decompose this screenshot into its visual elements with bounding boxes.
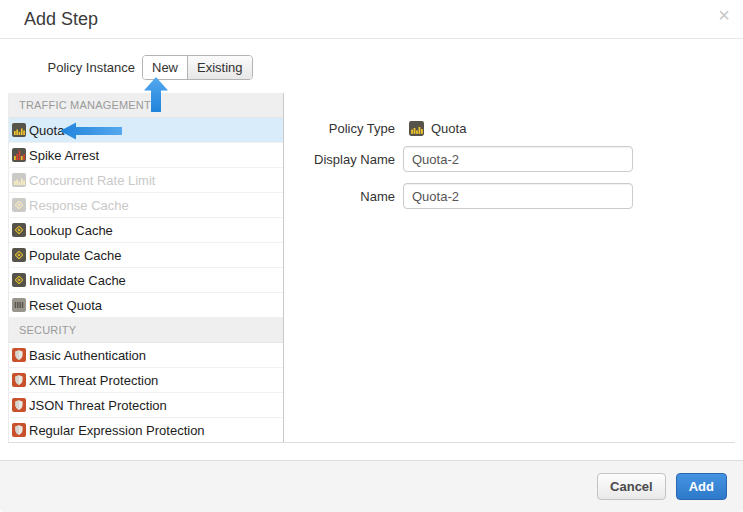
sidebar-item-reset-quota[interactable]: Reset Quota (9, 293, 283, 318)
name-input[interactable] (403, 183, 633, 209)
dialog-footer: Cancel Add (0, 460, 743, 512)
sidebar-item-populate-cache[interactable]: Populate Cache (9, 243, 283, 268)
security-shield-icon (12, 348, 26, 362)
name-label: Name (284, 189, 395, 204)
close-icon[interactable]: × (718, 5, 730, 25)
sidebar-item-label: Concurrent Rate Limit (29, 173, 155, 188)
policy-type-label: Policy Type (284, 121, 395, 136)
policy-type-sidebar: TRAFFIC MANAGEMENT Quota Spike Arrest Co… (8, 93, 284, 443)
content-bottom-divider (8, 442, 735, 443)
sidebar-item-label: Reset Quota (29, 298, 102, 313)
dialog-title: Add Step (24, 9, 98, 30)
sidebar-item-label: XML Threat Protection (29, 373, 158, 388)
policy-instance-label: Policy Instance (0, 60, 135, 75)
quota-bars-icon (12, 123, 26, 137)
sidebar-item-label: Response Cache (29, 198, 129, 213)
sidebar-item-invalidate-cache[interactable]: Invalidate Cache (9, 268, 283, 293)
sidebar-item-xml-threat-protection[interactable]: XML Threat Protection (9, 368, 283, 393)
sidebar-item-label: Basic Authentication (29, 348, 146, 363)
sidebar-item-label: Regular Expression Protection (29, 423, 205, 438)
sidebar-item-spike-arrest[interactable]: Spike Arrest (9, 143, 283, 168)
sidebar-item-label: JSON Threat Protection (29, 398, 167, 413)
sidebar-item-label: Invalidate Cache (29, 273, 126, 288)
cache-diamond-icon (12, 248, 26, 262)
display-name-label: Display Name (284, 152, 395, 167)
spike-arrest-bars-icon (12, 148, 26, 162)
reset-quota-bars-icon (12, 298, 26, 312)
sidebar-item-basic-authentication[interactable]: Basic Authentication (9, 343, 283, 368)
name-row: Name (284, 183, 633, 209)
sidebar-item-quota[interactable]: Quota (9, 118, 283, 143)
cancel-button[interactable]: Cancel (597, 473, 666, 500)
display-name-row: Display Name (284, 146, 633, 172)
security-shield-icon (12, 423, 26, 437)
sidebar-item-lookup-cache[interactable]: Lookup Cache (9, 218, 283, 243)
security-shield-icon (12, 398, 26, 412)
policy-type-row: Policy Type Quota (284, 116, 466, 141)
cache-diamond-icon (12, 198, 26, 212)
security-shield-icon (12, 373, 26, 387)
policy-type-value: Quota (431, 121, 466, 136)
rate-limit-bars-icon (12, 173, 26, 187)
sidebar-item-label: Spike Arrest (29, 148, 99, 163)
sidebar-group-header-security: SECURITY (9, 318, 283, 343)
display-name-input[interactable] (403, 146, 633, 172)
cache-diamond-icon (12, 223, 26, 237)
sidebar-item-regular-expression-protection[interactable]: Regular Expression Protection (9, 418, 283, 443)
sidebar-item-label: Lookup Cache (29, 223, 113, 238)
annotation-arrow-left-icon (60, 122, 122, 140)
sidebar-item-concurrent-rate-limit: Concurrent Rate Limit (9, 168, 283, 193)
add-button[interactable]: Add (676, 473, 727, 500)
sidebar-item-label: Populate Cache (29, 248, 122, 263)
quota-bars-icon (409, 121, 424, 136)
toggle-new-button[interactable]: New (143, 56, 187, 79)
annotation-arrow-up-icon (143, 77, 169, 112)
header-divider (0, 38, 743, 39)
sidebar-item-response-cache: Response Cache (9, 193, 283, 218)
toggle-existing-button[interactable]: Existing (187, 56, 252, 79)
cache-diamond-icon (12, 273, 26, 287)
policy-instance-row: Policy Instance New Existing (0, 55, 253, 80)
sidebar-item-json-threat-protection[interactable]: JSON Threat Protection (9, 393, 283, 418)
